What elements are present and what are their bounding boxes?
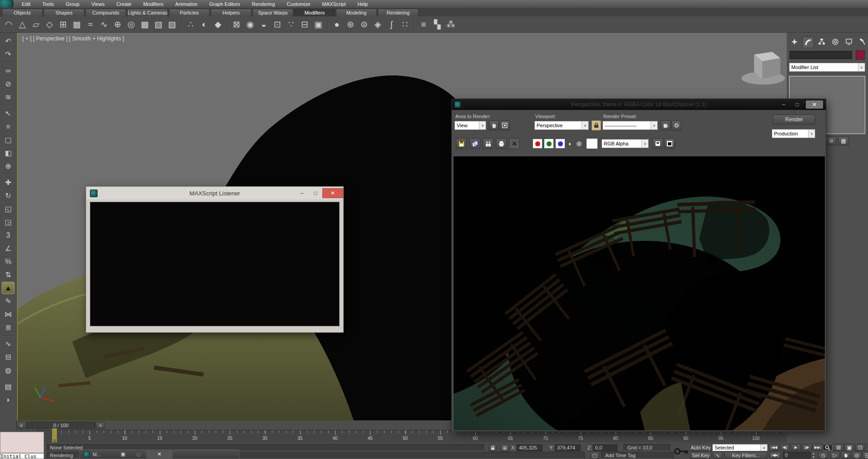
taper-modifier-icon[interactable]: △ (15, 18, 29, 31)
material-bucket-icon[interactable]: ◒ (257, 18, 271, 31)
lathe-modifier-icon[interactable]: ◉ (243, 18, 257, 31)
select-scale-button[interactable]: ◱ (2, 203, 15, 215)
uvw-map-icon[interactable]: ▣ (311, 18, 325, 31)
stack-layers-icon[interactable]: ≡ (417, 18, 430, 31)
absolute-offset-toggle[interactable]: ⊕ (500, 444, 509, 452)
squeeze-modifier-icon[interactable]: ▦ (70, 18, 84, 31)
zoom-region-button[interactable]: ▣ (844, 444, 854, 451)
area-to-render-dropdown[interactable]: View∨ (454, 121, 486, 130)
new-key-curve-button[interactable]: ∿ (713, 452, 723, 459)
select-object-button[interactable]: ↖ (2, 107, 15, 120)
named-selection-sets-button[interactable]: ✎ (2, 295, 15, 307)
rendered-frame-window[interactable]: Perspective, frame 0, RGBA Color 16 Bits… (451, 99, 826, 432)
normalize-spline-icon[interactable]: ∷ (398, 18, 412, 31)
object-name-field[interactable] (789, 51, 852, 59)
menu-edit[interactable]: Edit (22, 1, 30, 7)
tab-modify[interactable] (802, 36, 814, 47)
select-rotate-button[interactable]: ↻ (2, 190, 15, 202)
ribbon-tab-space-warps[interactable]: Space Warps (252, 9, 293, 16)
ribbon-tab-shapes[interactable]: Shapes (44, 9, 84, 16)
material-id-icon[interactable]: ⁂ (444, 18, 458, 31)
percent-snap-button[interactable]: % (2, 255, 15, 268)
spline-ik-icon[interactable]: ∫ (385, 18, 398, 31)
maxscript-listener-window[interactable]: MAXScript Listener – □ ✕ (86, 186, 344, 333)
render-setup-button[interactable]: ▤ (2, 380, 15, 393)
noise-modifier-icon[interactable]: ∵ (284, 18, 298, 31)
active-toolbar-toggle-button[interactable]: ▲ (2, 282, 15, 294)
menu-tools[interactable]: Tools (42, 1, 54, 7)
bind-to-space-warp-button[interactable]: ≋ (2, 91, 15, 103)
render-setup-button[interactable] (661, 120, 671, 130)
mirror-modifier-icon[interactable]: ⊠ (230, 18, 243, 31)
zoom-button[interactable] (823, 444, 833, 451)
listener-output-area[interactable] (90, 202, 340, 326)
time-slider-handle[interactable]: 0 (52, 428, 57, 443)
z-coordinate-field[interactable]: 0,0 (593, 444, 617, 451)
time-configuration-button[interactable]: ◷ (818, 452, 828, 459)
displace-icon[interactable]: ◆ (211, 18, 225, 31)
ribbon-tab-modifiers[interactable]: Modifiers (294, 9, 335, 16)
undo-button[interactable]: ↶ (2, 35, 15, 47)
lattice-modifier-icon[interactable]: ▩ (138, 18, 152, 31)
select-move-button[interactable]: ✚ (2, 176, 15, 189)
xform-modifier-icon[interactable]: ⊡ (271, 18, 284, 31)
mirror-button[interactable]: ⋈ (2, 308, 15, 320)
select-manipulate-button[interactable]: ⊕ (2, 160, 15, 172)
zoom-extents-button[interactable]: ⊞ (833, 444, 843, 451)
path-deform-icon[interactable]: ◐ (197, 18, 211, 31)
viewport-lock-button[interactable] (592, 120, 601, 130)
quad-patch-icon[interactable]: ◈ (371, 18, 385, 31)
menu-group[interactable]: Group (66, 1, 80, 7)
y-coordinate-field[interactable]: 379,474 (555, 444, 581, 451)
go-to-start-button[interactable]: |◀◀ (769, 444, 779, 451)
background-color-swatch[interactable] (586, 138, 598, 149)
menu-create[interactable]: Create (116, 1, 131, 7)
macro-recorder-pane[interactable] (0, 432, 44, 453)
close-button[interactable]: ✕ (806, 100, 823, 109)
key-filters-button[interactable]: Key Filters... (725, 452, 767, 459)
rendered-frame-button[interactable]: ◗ (2, 394, 15, 406)
scatter-icon[interactable]: ∴ (184, 18, 197, 31)
ribbon-tab-lights-cameras[interactable]: Lights & Cameras (127, 9, 168, 16)
remove-modifier-button[interactable]: ⊘ (826, 136, 837, 145)
snaps-toggle-button[interactable]: 3 (2, 229, 15, 241)
redo-button[interactable]: ↷ (2, 48, 15, 60)
current-frame-field[interactable]: 0 (783, 452, 811, 459)
modifier-list-dropdown[interactable]: Modifier List∨ (789, 63, 865, 72)
listener-title-bar[interactable]: MAXScript Listener – □ ✕ (86, 187, 343, 200)
key-mode-toggle[interactable]: |◀▶| (769, 452, 781, 459)
previous-frame-button[interactable]: ◀|| (780, 444, 790, 451)
print-image-button[interactable] (496, 138, 507, 149)
ribbon-tab-rendering[interactable]: Rendering (378, 9, 419, 16)
minimize-button[interactable]: – (779, 101, 789, 108)
minimized-render-dialog-bar[interactable]: M... ▣ □ ✕ (79, 449, 239, 459)
align-button[interactable]: ≣ (2, 321, 15, 334)
skew-modifier-icon[interactable]: ▱ (29, 18, 43, 31)
set-keys-key-icon[interactable] (674, 444, 689, 459)
copy-image-button[interactable] (469, 138, 480, 149)
melt-modifier-icon[interactable]: ∿ (97, 18, 111, 31)
maximize-button[interactable]: □ (131, 452, 146, 457)
clear-image-button[interactable]: ✕ (509, 138, 520, 149)
selection-set-dropdown[interactable]: Selected∨ (712, 444, 768, 451)
save-image-button[interactable] (456, 138, 467, 149)
tab-utilities[interactable] (857, 36, 868, 47)
edit-region-button[interactable] (489, 120, 499, 130)
window-crossing-button[interactable]: ◧ (2, 147, 15, 159)
select-scale-center-button[interactable]: ◲ (2, 216, 15, 228)
selection-region-button[interactable]: ▢ (2, 134, 15, 146)
viewport-dropdown[interactable]: Perspective∨ (534, 121, 589, 130)
go-to-end-button[interactable]: ▶▶| (813, 444, 823, 451)
alpha-channel-button[interactable] (575, 139, 583, 149)
green-channel-button[interactable] (544, 139, 554, 149)
maximize-button[interactable]: □ (792, 101, 802, 108)
link-button[interactable]: ∞ (2, 65, 15, 77)
monochrome-button[interactable]: ◐ (567, 139, 574, 149)
render-window-title-bar[interactable]: Perspective, frame 0, RGBA Color 16 Bits… (452, 99, 826, 110)
restore-button[interactable]: ▣ (115, 451, 131, 457)
tab-create[interactable] (789, 36, 800, 47)
viewport-label[interactable]: [ + ] [ Perspective ] [ Smooth + Highlig… (22, 35, 124, 42)
push-modifier-icon[interactable]: ⊕ (111, 18, 124, 31)
menu-rendering[interactable]: Rendering (252, 1, 275, 7)
maximize-button[interactable]: □ (309, 188, 322, 198)
